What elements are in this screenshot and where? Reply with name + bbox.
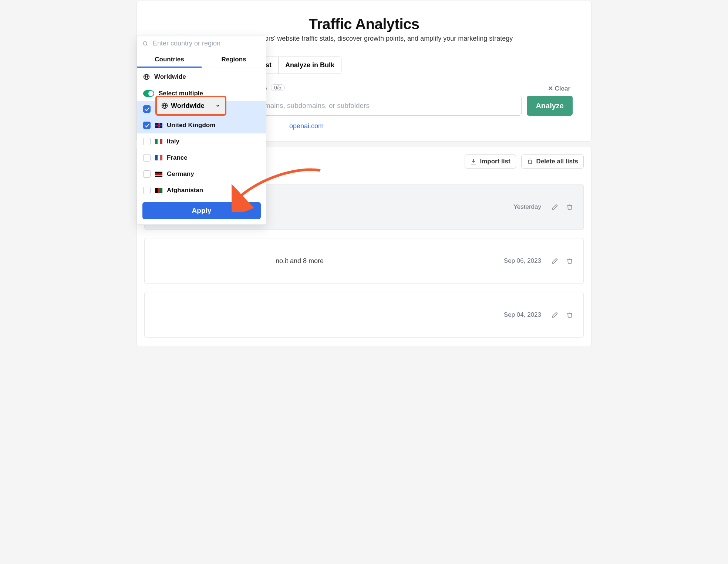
checkbox[interactable]: [143, 138, 151, 145]
flag-icon: [155, 123, 162, 128]
location-search-input[interactable]: [152, 39, 261, 48]
delete-all-button[interactable]: Delete all lists: [521, 154, 584, 169]
flag-icon: [155, 139, 162, 144]
search-icon: [142, 41, 148, 47]
pencil-icon: [551, 257, 559, 265]
delete-button[interactable]: [565, 256, 574, 266]
analyze-button[interactable]: Analyze: [527, 96, 573, 116]
delete-button[interactable]: [565, 310, 574, 320]
list-row-date: Sep 06, 2023: [504, 257, 541, 265]
list-row[interactable]: Sep 04, 2023: [144, 292, 584, 338]
checkbox[interactable]: [143, 122, 151, 129]
location-popover: Countries Regions Worldwide Select multi…: [137, 35, 266, 225]
list-row-text: no.it and 8 more: [154, 257, 499, 265]
svg-point-1: [144, 41, 147, 45]
clear-button[interactable]: ✕ Clear: [546, 84, 573, 93]
country-name: France: [167, 154, 188, 162]
mode-tab-2[interactable]: Analyze in Bulk: [279, 57, 341, 74]
trash-icon: [566, 203, 573, 211]
country-option[interactable]: United Kingdom: [137, 117, 266, 133]
list-row-date: Yesterday: [513, 203, 541, 211]
checkbox[interactable]: [143, 154, 151, 162]
download-icon: [470, 158, 477, 165]
apply-button[interactable]: Apply: [142, 202, 261, 219]
trash-icon: [566, 257, 573, 265]
country-name: Italy: [167, 138, 179, 145]
country-name: Afghanistan: [167, 187, 203, 194]
close-icon: ✕: [548, 85, 553, 92]
list-row-date: Sep 04, 2023: [504, 311, 541, 319]
tab-countries[interactable]: Countries: [137, 51, 202, 68]
location-dropdown-button[interactable]: Worldwide: [155, 96, 226, 116]
checkbox[interactable]: [143, 187, 151, 194]
worldwide-option[interactable]: Worldwide: [137, 68, 266, 86]
country-option[interactable]: France: [137, 150, 266, 166]
globe-icon: [143, 74, 150, 80]
edit-button[interactable]: [550, 256, 560, 266]
country-option[interactable]: Italy: [137, 133, 266, 150]
trash-icon: [566, 311, 573, 319]
flag-icon: [155, 155, 162, 160]
flag-icon: [155, 188, 162, 193]
tab-regions[interactable]: Regions: [202, 51, 266, 68]
edit-button[interactable]: [550, 310, 560, 320]
pencil-icon: [551, 203, 559, 211]
country-option[interactable]: Germany: [137, 166, 266, 182]
list-row[interactable]: no.it and 8 moreSep 06, 2023: [144, 238, 584, 284]
checkbox[interactable]: [143, 170, 151, 178]
trash-icon: [527, 158, 533, 165]
competitors-input[interactable]: [232, 96, 522, 116]
page-title: Traffic Analytics: [155, 16, 573, 33]
country-name: United Kingdom: [167, 122, 215, 129]
competitors-count-badge: 0/5: [271, 84, 284, 91]
pencil-icon: [551, 311, 559, 319]
country-option[interactable]: Afghanistan: [137, 182, 266, 198]
suggestion-link[interactable]: openai.com: [289, 122, 324, 130]
checkbox[interactable]: [143, 105, 151, 113]
chevron-down-icon: [215, 103, 220, 108]
edit-button[interactable]: [550, 202, 560, 212]
select-multiple-toggle[interactable]: [143, 90, 154, 97]
import-list-button[interactable]: Import list: [465, 154, 516, 169]
country-name: Germany: [167, 170, 194, 178]
delete-button[interactable]: [565, 202, 574, 212]
flag-icon: [155, 171, 162, 177]
globe-icon: [161, 102, 168, 109]
